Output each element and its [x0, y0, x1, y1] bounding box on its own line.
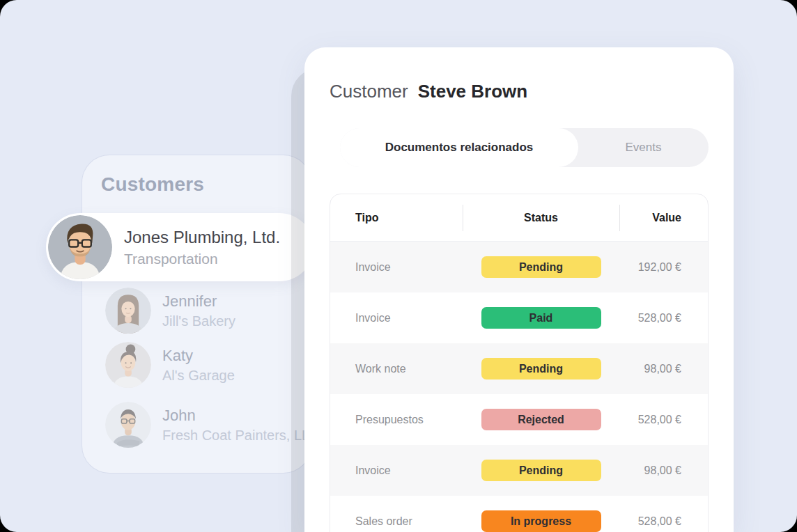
selected-customer-name: Jones Plumbing, Ltd. — [124, 228, 280, 247]
customer-detail-card: Customer Steve Brown Documentos relacion… — [304, 47, 734, 532]
tab-documentos-relacionados[interactable]: Documentos relacionados — [340, 128, 578, 167]
status-cell: Pending — [463, 256, 619, 278]
customer-text: Jennifer Jill's Bakery — [162, 292, 235, 329]
status-badge: Pending — [481, 256, 601, 278]
table-row[interactable]: Invoice Pending 98,00 € — [330, 445, 708, 496]
avatar-katy — [105, 342, 151, 388]
document-value: 98,00 € — [619, 363, 709, 375]
status-cell: In progress — [463, 510, 619, 532]
column-header-value: Value — [619, 212, 709, 224]
status-badge: Rejected — [481, 409, 601, 430]
app-screen: Customers — [0, 0, 797, 532]
table-row[interactable]: Invoice Pending 192,00 € — [330, 242, 708, 292]
column-header-status: Status — [463, 212, 619, 224]
table-header: Tipo Status Value — [330, 194, 708, 242]
avatar-jones — [48, 215, 112, 279]
customer-list-item-selected[interactable]: Jones Plumbing, Ltd. Transportation — [46, 213, 314, 281]
customers-panel-title: Customers — [101, 173, 204, 196]
table-row[interactable]: Presupuestos Rejected 528,00 € — [330, 394, 708, 445]
document-value: 192,00 € — [619, 261, 709, 274]
table-row[interactable]: Sales order In progress 528,00 € — [330, 496, 708, 532]
customer-text: Katy Al's Garage — [162, 347, 235, 384]
table-row[interactable]: Work note Pending 98,00 € — [330, 343, 708, 394]
status-cell: Pending — [463, 460, 619, 481]
header-divider — [619, 205, 620, 231]
page-title: Customer Steve Brown — [330, 81, 527, 102]
selected-customer-company: Transportation — [124, 251, 280, 267]
documents-table: Tipo Status Value Invoice Pending 192,00… — [330, 194, 709, 532]
document-type: Presupuestos — [330, 414, 463, 426]
document-type: Invoice — [330, 464, 463, 477]
status-badge: Paid — [481, 307, 601, 329]
status-badge: Pending — [481, 460, 601, 481]
document-type: Invoice — [330, 312, 463, 324]
header-divider — [463, 205, 463, 231]
customers-panel: Customers — [82, 155, 311, 474]
document-type: Work note — [330, 363, 463, 375]
avatar-jennifer — [105, 288, 151, 334]
status-cell: Paid — [463, 307, 619, 329]
document-value: 528,00 € — [619, 312, 709, 324]
page-title-customer-name: Steve Brown — [418, 81, 528, 102]
status-badge: In progress — [481, 510, 601, 532]
tab-events[interactable]: Events — [578, 128, 709, 167]
document-type: Invoice — [330, 261, 463, 274]
column-header-tipo: Tipo — [330, 212, 463, 224]
document-type: Sales order — [330, 515, 463, 528]
customer-company: Al's Garage — [162, 368, 235, 384]
status-cell: Rejected — [463, 409, 619, 430]
document-value: 528,00 € — [619, 414, 709, 426]
tab-bar: Documentos relacionados Events — [340, 128, 709, 167]
table-row[interactable]: Invoice Paid 528,00 € — [330, 292, 708, 343]
document-value: 528,00 € — [619, 515, 709, 528]
customer-company: Jill's Bakery — [162, 313, 235, 329]
page-title-label: Customer — [330, 81, 408, 102]
customer-name: Katy — [162, 347, 235, 365]
selected-customer-text: Jones Plumbing, Ltd. Transportation — [124, 228, 280, 267]
status-badge: Pending — [481, 358, 601, 380]
document-value: 98,00 € — [619, 464, 709, 477]
status-cell: Pending — [463, 358, 619, 380]
customer-name: Jennifer — [162, 292, 235, 311]
avatar-john — [105, 402, 151, 448]
